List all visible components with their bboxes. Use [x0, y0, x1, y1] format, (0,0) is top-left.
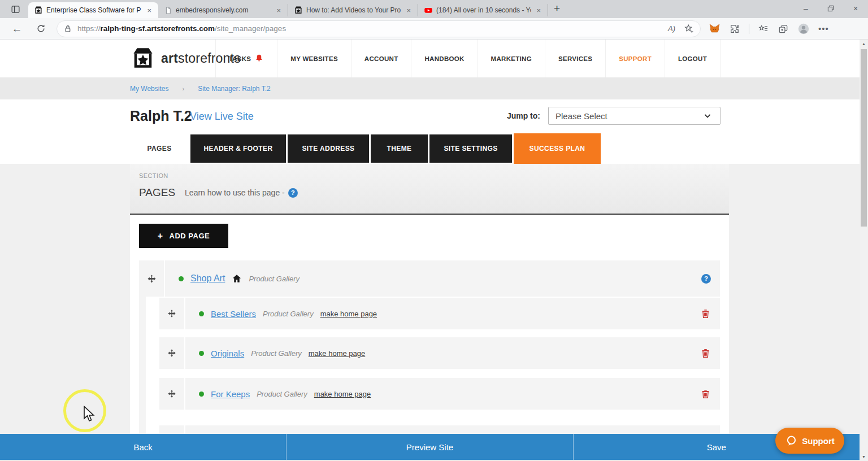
tab-pages[interactable]: PAGES — [130, 133, 189, 164]
url-domain: ralph-ting-sf.artstorefronts.com — [101, 24, 215, 33]
restore-icon — [825, 3, 836, 14]
add-favorite-icon[interactable] — [683, 23, 695, 34]
page-link[interactable]: Best Sellers — [211, 309, 256, 319]
tab-title: embedresponsively.com — [176, 6, 271, 14]
trash-icon[interactable] — [700, 347, 711, 359]
breadcrumb-site-manager[interactable]: Site Manager: Ralph T.2 — [198, 85, 271, 93]
nav-item-my-websites[interactable]: MY WEBSITES — [277, 40, 351, 77]
browser-tab-artstorefronts[interactable]: Enterprise Class Software for Pri × — [28, 2, 158, 18]
nav-item-account[interactable]: ACCOUNT — [351, 40, 411, 77]
drag-handle[interactable] — [159, 337, 185, 369]
url-scheme: https:// — [77, 24, 101, 33]
page-scrollbar[interactable]: ▲ ▼ — [860, 40, 868, 461]
back-button[interactable]: Back — [0, 434, 287, 460]
make-home-page-link[interactable]: make home page — [314, 390, 371, 398]
published-status-dot — [199, 311, 204, 316]
make-home-page-link[interactable]: make home page — [309, 349, 365, 358]
learn-how-text: Learn how to use this page - ? — [185, 188, 298, 198]
browser-tab-embedresponsively[interactable]: embedresponsively.com × — [158, 4, 288, 16]
page-type-label: Product Gallery — [249, 275, 300, 283]
nav-item-services[interactable]: SERVICES — [545, 40, 605, 77]
preview-site-button[interactable]: Preview Site — [287, 434, 573, 460]
nav-label: LOGOUT — [678, 55, 707, 62]
address-bar[interactable]: https://ralph-ting-sf.artstorefronts.com… — [57, 20, 701, 37]
page-link[interactable]: For Keeps — [211, 389, 250, 399]
drag-handle[interactable] — [159, 378, 185, 410]
trash-icon[interactable] — [700, 388, 711, 400]
jump-to-value: Please Select — [555, 111, 607, 121]
home-page-icon — [232, 273, 242, 284]
scroll-up-icon[interactable]: ▲ — [860, 40, 868, 48]
nav-item-marketing[interactable]: MARKETING — [478, 40, 545, 77]
screenshot-root: Enterprise Class Software for Pri × embe… — [0, 0, 868, 461]
extensions-puzzle-icon[interactable] — [729, 23, 740, 34]
add-page-button[interactable]: + ADD PAGE — [139, 224, 228, 248]
nav-label: HANDBOOK — [424, 55, 464, 62]
profile-avatar[interactable] — [797, 23, 810, 35]
tab-title: How to: Add Videos to Your Pro — [306, 6, 401, 14]
page-link[interactable]: Originals — [211, 349, 244, 358]
tab-header-footer[interactable]: HEADER & FOOTER — [190, 134, 286, 163]
tab-close-icon[interactable]: × — [404, 6, 413, 15]
panel-header: SECTION PAGES Learn how to use this page… — [130, 164, 729, 215]
browser-tab-youtube[interactable]: (184) All over in 10 seconds - Yo × — [418, 4, 548, 16]
page-link[interactable]: Shop Art — [190, 273, 225, 284]
window-controls: – × — [793, 0, 868, 17]
read-aloud-icon[interactable]: A) — [668, 24, 675, 33]
nav-label: TASKS — [229, 55, 251, 62]
restore-button[interactable] — [818, 0, 843, 17]
nav-item-logout[interactable]: LOGOUT — [665, 40, 721, 77]
breadcrumb-my-websites[interactable]: My Websites — [130, 85, 168, 93]
tab-success-plan[interactable]: SUCCESS PLAN — [514, 133, 601, 164]
site-manager-tabs: PAGES HEADER & FOOTER SITE ADDRESS THEME… — [130, 133, 601, 164]
scroll-down-icon[interactable]: ▼ — [860, 453, 868, 461]
page-type-label: Product Gallery — [257, 390, 307, 398]
artstorefronts-favicon-icon — [294, 6, 303, 15]
browser-tab-how-to-videos[interactable]: How to: Add Videos to Your Pro × — [288, 4, 418, 16]
close-button[interactable]: × — [843, 0, 868, 17]
tab-theme[interactable]: THEME — [371, 134, 428, 163]
move-icon — [147, 274, 157, 284]
vertical-tabs-icon[interactable] — [7, 2, 24, 16]
page-row-shop-art: Shop Art Product Gallery ? — [139, 260, 720, 297]
browser-menu-icon[interactable]: ••• — [818, 24, 829, 33]
nav-item-handbook[interactable]: HANDBOOK — [411, 40, 477, 77]
help-icon[interactable]: ? — [701, 274, 711, 284]
url-path: /site_manager/pages — [215, 24, 286, 33]
trash-icon[interactable] — [700, 308, 711, 320]
nav-label: MY WEBSITES — [290, 55, 338, 62]
tab-close-icon[interactable]: × — [274, 6, 283, 15]
lock-icon — [63, 24, 73, 34]
favorites-icon[interactable] — [758, 23, 769, 34]
tab-site-address[interactable]: SITE ADDRESS — [288, 134, 369, 163]
new-tab-button[interactable]: + — [548, 2, 566, 15]
nav-item-support[interactable]: SUPPORT — [605, 40, 665, 77]
page-title: Ralph T.2 — [130, 108, 192, 124]
published-status-dot — [199, 392, 204, 397]
make-home-page-link[interactable]: make home page — [320, 310, 377, 318]
nav-label: SUPPORT — [619, 55, 652, 62]
title-row: Ralph T.2 View Live Site Jump to: Please… — [0, 99, 860, 133]
nav-item-tasks[interactable]: TASKS — [215, 40, 277, 77]
tab-close-icon[interactable]: × — [145, 6, 154, 15]
collections-icon[interactable] — [778, 23, 789, 34]
tab-site-settings[interactable]: SITE SETTINGS — [429, 134, 512, 163]
back-navigation-icon[interactable]: ← — [9, 23, 25, 35]
refresh-icon[interactable] — [33, 23, 49, 34]
view-live-site-link[interactable]: View Live Site — [190, 111, 254, 123]
document-favicon-icon — [164, 6, 172, 15]
help-icon[interactable]: ? — [288, 188, 298, 198]
minimize-button[interactable]: – — [793, 0, 818, 17]
metamask-extension-icon[interactable] — [709, 23, 721, 34]
page-type-label: Product Gallery — [263, 310, 314, 318]
artstorefronts-favicon-icon — [34, 6, 43, 15]
tab-close-icon[interactable]: × — [534, 6, 543, 15]
drag-handle[interactable] — [139, 260, 165, 297]
support-chat-button[interactable]: Support — [775, 428, 844, 454]
url-text[interactable]: https://ralph-ting-sf.artstorefronts.com… — [77, 24, 668, 33]
scrollbar-thumb[interactable] — [861, 49, 867, 227]
drag-handle[interactable] — [159, 298, 185, 329]
browser-toolbar: ← https://ralph-ting-sf.artstorefronts.c… — [0, 18, 868, 40]
jump-to-select[interactable]: Please Select — [548, 107, 721, 125]
breadcrumb: My Websites › Site Manager: Ralph T.2 — [0, 77, 860, 99]
